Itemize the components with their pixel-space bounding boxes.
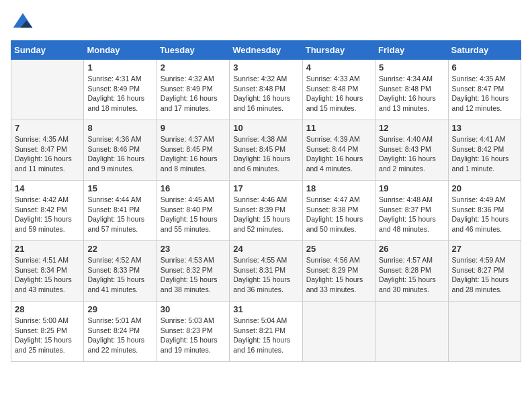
- logo: [11, 11, 38, 35]
- day-info: Sunrise: 5:03 AM Sunset: 8:23 PM Dayligh…: [161, 316, 226, 355]
- day-number: 27: [452, 244, 517, 254]
- day-number: 19: [379, 183, 444, 193]
- day-info: Sunrise: 4:40 AM Sunset: 8:43 PM Dayligh…: [379, 134, 444, 174]
- day-number: 2: [161, 62, 226, 73]
- day-info: Sunrise: 4:46 AM Sunset: 8:39 PM Dayligh…: [233, 195, 298, 234]
- day-number: 22: [87, 244, 152, 254]
- page-header: [11, 11, 521, 35]
- day-cell: 26Sunrise: 4:57 AM Sunset: 8:28 PM Dayli…: [375, 241, 448, 302]
- day-info: Sunrise: 4:47 AM Sunset: 8:38 PM Dayligh…: [306, 195, 371, 234]
- day-cell: 27Sunrise: 4:59 AM Sunset: 8:27 PM Dayli…: [448, 241, 521, 302]
- day-number: 11: [306, 123, 371, 133]
- day-info: Sunrise: 4:57 AM Sunset: 8:28 PM Dayligh…: [379, 255, 444, 295]
- day-cell: 8Sunrise: 4:36 AM Sunset: 8:46 PM Daylig…: [84, 120, 157, 181]
- day-info: Sunrise: 4:49 AM Sunset: 8:36 PM Dayligh…: [452, 195, 517, 234]
- day-info: Sunrise: 4:48 AM Sunset: 8:37 PM Dayligh…: [379, 195, 444, 234]
- day-number: 5: [379, 62, 444, 73]
- day-info: Sunrise: 4:37 AM Sunset: 8:45 PM Dayligh…: [161, 134, 226, 174]
- day-number: 18: [306, 183, 371, 193]
- day-info: Sunrise: 4:59 AM Sunset: 8:27 PM Dayligh…: [452, 255, 517, 295]
- day-cell: 22Sunrise: 4:52 AM Sunset: 8:33 PM Dayli…: [84, 241, 157, 302]
- week-row-1: 1Sunrise: 4:31 AM Sunset: 8:49 PM Daylig…: [11, 60, 521, 120]
- col-header-tuesday: Tuesday: [157, 41, 229, 60]
- week-row-4: 21Sunrise: 4:51 AM Sunset: 8:34 PM Dayli…: [11, 241, 521, 302]
- day-number: 13: [452, 123, 517, 133]
- day-cell: 18Sunrise: 4:47 AM Sunset: 8:38 PM Dayli…: [302, 181, 375, 241]
- day-cell: 20Sunrise: 4:49 AM Sunset: 8:36 PM Dayli…: [448, 181, 521, 241]
- day-cell: 13Sunrise: 4:41 AM Sunset: 8:42 PM Dayli…: [448, 120, 521, 181]
- day-cell: 4Sunrise: 4:33 AM Sunset: 8:48 PM Daylig…: [302, 60, 375, 120]
- day-info: Sunrise: 4:32 AM Sunset: 8:48 PM Dayligh…: [233, 74, 298, 113]
- day-number: 1: [87, 62, 152, 73]
- day-info: Sunrise: 4:52 AM Sunset: 8:33 PM Dayligh…: [87, 255, 152, 295]
- day-cell: 25Sunrise: 4:56 AM Sunset: 8:29 PM Dayli…: [302, 241, 375, 302]
- day-number: 10: [233, 123, 298, 133]
- day-number: 30: [161, 304, 226, 314]
- day-info: Sunrise: 4:32 AM Sunset: 8:49 PM Dayligh…: [161, 74, 226, 113]
- day-number: 29: [87, 304, 152, 314]
- day-number: 7: [15, 123, 80, 133]
- day-cell: 28Sunrise: 5:00 AM Sunset: 8:25 PM Dayli…: [11, 302, 84, 362]
- day-cell: 9Sunrise: 4:37 AM Sunset: 8:45 PM Daylig…: [157, 120, 229, 181]
- day-number: 12: [379, 123, 444, 133]
- day-number: 3: [233, 62, 298, 73]
- day-info: Sunrise: 4:42 AM Sunset: 8:42 PM Dayligh…: [15, 195, 80, 234]
- day-cell: 15Sunrise: 4:44 AM Sunset: 8:41 PM Dayli…: [84, 181, 157, 241]
- day-info: Sunrise: 4:45 AM Sunset: 8:40 PM Dayligh…: [161, 195, 226, 234]
- day-cell: 31Sunrise: 5:04 AM Sunset: 8:21 PM Dayli…: [230, 302, 302, 362]
- day-cell: 24Sunrise: 4:55 AM Sunset: 8:31 PM Dayli…: [230, 241, 302, 302]
- col-header-saturday: Saturday: [448, 41, 521, 60]
- day-info: Sunrise: 5:00 AM Sunset: 8:25 PM Dayligh…: [15, 316, 80, 355]
- day-number: 16: [161, 183, 226, 193]
- col-header-friday: Friday: [375, 41, 448, 60]
- day-number: 8: [87, 123, 152, 133]
- day-number: 4: [306, 62, 371, 73]
- day-cell: 12Sunrise: 4:40 AM Sunset: 8:43 PM Dayli…: [375, 120, 448, 181]
- day-cell: 16Sunrise: 4:45 AM Sunset: 8:40 PM Dayli…: [157, 181, 229, 241]
- day-number: 6: [452, 62, 517, 73]
- day-cell: 23Sunrise: 4:53 AM Sunset: 8:32 PM Dayli…: [157, 241, 229, 302]
- day-info: Sunrise: 4:39 AM Sunset: 8:44 PM Dayligh…: [306, 134, 371, 174]
- day-cell: 3Sunrise: 4:32 AM Sunset: 8:48 PM Daylig…: [230, 60, 302, 120]
- day-cell: 14Sunrise: 4:42 AM Sunset: 8:42 PM Dayli…: [11, 181, 84, 241]
- day-number: 31: [233, 304, 298, 314]
- day-info: Sunrise: 4:53 AM Sunset: 8:32 PM Dayligh…: [161, 255, 226, 295]
- day-cell: 7Sunrise: 4:35 AM Sunset: 8:47 PM Daylig…: [11, 120, 84, 181]
- day-cell: [375, 302, 448, 362]
- day-info: Sunrise: 4:55 AM Sunset: 8:31 PM Dayligh…: [233, 255, 298, 295]
- day-cell: 2Sunrise: 4:32 AM Sunset: 8:49 PM Daylig…: [157, 60, 229, 120]
- week-row-3: 14Sunrise: 4:42 AM Sunset: 8:42 PM Dayli…: [11, 181, 521, 241]
- col-header-thursday: Thursday: [302, 41, 375, 60]
- day-info: Sunrise: 4:41 AM Sunset: 8:42 PM Dayligh…: [452, 134, 517, 174]
- day-info: Sunrise: 4:44 AM Sunset: 8:41 PM Dayligh…: [87, 195, 152, 234]
- day-cell: 6Sunrise: 4:35 AM Sunset: 8:47 PM Daylig…: [448, 60, 521, 120]
- calendar-table: SundayMondayTuesdayWednesdayThursdayFrid…: [11, 40, 521, 362]
- day-cell: [11, 60, 84, 120]
- day-number: 26: [379, 244, 444, 254]
- week-row-5: 28Sunrise: 5:00 AM Sunset: 8:25 PM Dayli…: [11, 302, 521, 362]
- day-number: 15: [87, 183, 152, 193]
- day-number: 24: [233, 244, 298, 254]
- day-cell: [448, 302, 521, 362]
- day-cell: 11Sunrise: 4:39 AM Sunset: 8:44 PM Dayli…: [302, 120, 375, 181]
- day-info: Sunrise: 4:36 AM Sunset: 8:46 PM Dayligh…: [87, 134, 152, 174]
- day-number: 20: [452, 183, 517, 193]
- day-number: 9: [161, 123, 226, 133]
- day-cell: 5Sunrise: 4:34 AM Sunset: 8:48 PM Daylig…: [375, 60, 448, 120]
- day-cell: 30Sunrise: 5:03 AM Sunset: 8:23 PM Dayli…: [157, 302, 229, 362]
- day-number: 28: [15, 304, 80, 314]
- header-row: SundayMondayTuesdayWednesdayThursdayFrid…: [11, 41, 521, 60]
- day-number: 23: [161, 244, 226, 254]
- day-cell: 17Sunrise: 4:46 AM Sunset: 8:39 PM Dayli…: [230, 181, 302, 241]
- day-cell: [302, 302, 375, 362]
- day-number: 17: [233, 183, 298, 193]
- week-row-2: 7Sunrise: 4:35 AM Sunset: 8:47 PM Daylig…: [11, 120, 521, 181]
- day-info: Sunrise: 4:38 AM Sunset: 8:45 PM Dayligh…: [233, 134, 298, 174]
- day-info: Sunrise: 4:31 AM Sunset: 8:49 PM Dayligh…: [87, 74, 152, 113]
- logo-icon: [11, 11, 35, 35]
- day-cell: 10Sunrise: 4:38 AM Sunset: 8:45 PM Dayli…: [230, 120, 302, 181]
- day-info: Sunrise: 4:35 AM Sunset: 8:47 PM Dayligh…: [452, 74, 517, 113]
- day-info: Sunrise: 4:34 AM Sunset: 8:48 PM Dayligh…: [379, 74, 444, 113]
- col-header-wednesday: Wednesday: [230, 41, 302, 60]
- day-cell: 21Sunrise: 4:51 AM Sunset: 8:34 PM Dayli…: [11, 241, 84, 302]
